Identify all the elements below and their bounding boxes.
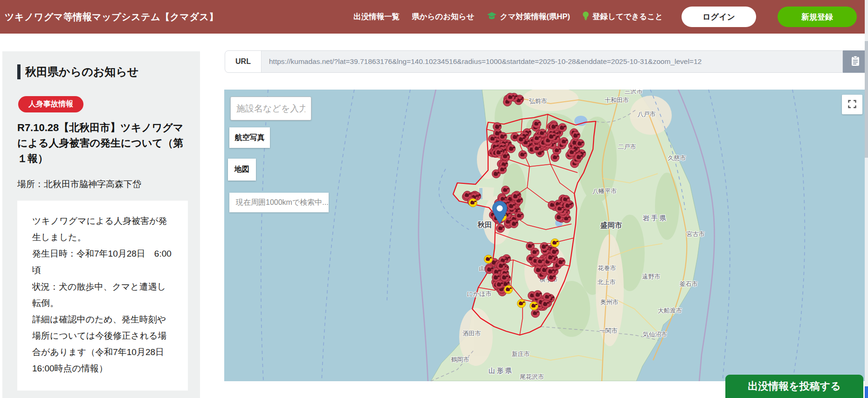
bear-sighting-marker[interactable] [559,137,568,146]
nav-bear-measures[interactable]: クマ対策情報(県HP) [487,12,570,22]
bear-sighting-marker[interactable] [558,123,567,132]
city-label: 山形県 [489,367,514,375]
city-label: 宮古市 [687,230,705,238]
clipboard-icon [851,56,860,68]
bear-sighting-marker[interactable] [495,148,503,157]
bear-sighting-marker[interactable] [515,211,524,220]
sidebar: 秋田県からのお知らせ 人身事故情報 R7.10.28【北秋田市】ツキノワグマによ… [2,51,200,398]
bear-sighting-marker[interactable] [574,153,583,161]
city-label: 尾花沢市 [520,373,544,381]
city-label: 気仙沼市 [643,330,667,339]
notice-section-title: 秋田県からのお知らせ [25,64,138,79]
bear-sighting-marker-yellow[interactable] [517,299,526,308]
city-label: 大船渡市 [658,307,682,315]
scrollbar-thumb[interactable] [865,41,868,158]
bear-sighting-marker-yellow[interactable] [504,285,513,294]
city-label: 二戸市 [618,143,636,151]
bear-sighting-marker[interactable] [500,273,509,282]
lightbulb-icon [582,11,589,22]
city-label: 盛岡市 [600,221,622,230]
share-url-bar: URL https://kumadas.net/?lat=39.71863176… [225,50,843,73]
bear-sighting-marker[interactable] [536,257,545,266]
city-label: 一関市 [599,327,618,335]
fullscreen-icon [848,100,856,110]
nav-what-you-can-do[interactable]: 登録してできること [582,11,663,22]
city-label: 釜石市 [680,280,698,288]
bear-sighting-marker[interactable] [506,93,515,102]
bear-sighting-marker[interactable] [576,139,585,148]
city-label: 八幡平市 [592,187,617,196]
bear-sighting-marker-yellow[interactable] [484,255,493,264]
city-label: 三沢市 [625,90,643,96]
bear-sighting-marker[interactable] [518,150,527,159]
city-label: 岩手県 [643,214,668,223]
post-sighting-button[interactable]: 出没情報を投稿する [725,375,863,398]
city-label: 酒田市 [463,329,481,338]
nav-pref-news[interactable]: 県からのお知らせ [412,12,474,22]
bear-sighting-marker[interactable] [555,204,564,213]
notice-body-box: ツキノワグマによる人身被害が発生しました。 発生日時：令和7年10月28日 6:… [17,201,188,391]
nav-sighting-list[interactable]: 出没情報一覧 [353,12,400,22]
bear-sighting-marker[interactable] [541,300,550,308]
city-label: 北上市 [598,278,616,286]
city-label: 久慈市 [668,154,686,162]
city-label: 新庄市 [512,350,530,358]
bear-sighting-marker[interactable] [551,153,559,162]
city-label: 花巻市 [598,264,616,272]
bear-sighting-marker[interactable] [498,132,507,141]
page-scrollbar[interactable] [865,0,868,398]
register-button[interactable]: 新規登録 [778,7,857,27]
bear-sighting-marker[interactable] [496,224,505,233]
notice-headline: R7.10.28【北秋田市】ツキノワグマによる人身被害の発生について（第１報） [17,120,187,166]
login-button[interactable]: ログイン [682,7,756,27]
section-bar [17,64,21,79]
bear-sighting-marker[interactable] [540,242,549,251]
bear-sighting-marker[interactable] [532,144,541,153]
bear-sighting-marker-yellow[interactable] [468,198,477,207]
city-label: 遠野市 [642,272,661,281]
accident-info-badge: 人身事故情報 [18,96,83,112]
aerial-photo-button[interactable]: 航空写真 [229,127,270,148]
map-canvas[interactable]: 弘前市三沢市十和田市八戸市二戸市久慈市八幡平市盛岡市岩手県宮古市花巻市遠野市北上… [224,90,868,381]
city-label: 奥州市 [600,298,619,307]
scrollbar-bottom-mark [865,386,868,398]
city-label: 八戸市 [638,110,656,119]
notice-location: 場所：北秋田市脇神字高森下岱 [17,178,187,190]
bear-sighting-marker[interactable] [498,165,507,174]
city-label: にかほ市 [467,290,492,298]
search-radius-status: 現在周囲1000kmで検索中... [229,193,329,212]
bear-sighting-marker[interactable] [533,134,542,143]
app-header: ツキノワグマ等情報マップシステム【クマダス】 出没情報一覧 県からのお知らせ ク… [0,0,868,34]
bear-sighting-marker-yellow[interactable] [530,301,538,310]
city-label: 弘前市 [529,97,547,105]
copy-url-button[interactable] [843,50,868,73]
share-url-value[interactable]: https://kumadas.net/?lat=39.71863176&lng… [262,51,842,72]
bear-sighting-marker[interactable] [550,247,559,256]
app-title: ツキノワグマ等情報マップシステム【クマダス】 [5,11,219,23]
notice-section-header: 秋田県からのお知らせ [17,64,187,79]
url-label: URL [225,51,262,72]
bear-sighting-marker-yellow[interactable] [551,238,559,247]
map-type-button[interactable]: 地図 [228,159,256,181]
graduation-cap-icon [487,12,497,22]
bear-sighting-marker[interactable] [532,119,541,128]
bear-sighting-marker[interactable] [547,132,556,141]
header-nav: 出没情報一覧 県からのお知らせ クマ対策情報(県HP) 登録してできること ログ… [353,7,857,27]
city-label: 鶴岡市 [451,356,469,364]
location-pin[interactable] [492,201,508,224]
bear-sighting-marker[interactable] [547,273,556,282]
city-label: 秋田 [478,220,492,230]
city-label: 十和田市 [605,96,629,105]
bear-sighting-marker[interactable] [501,186,510,195]
notice-body-text: ツキノワグマによる人身被害が発生しました。 発生日時：令和7年10月28日 6:… [32,213,174,377]
fullscreen-button[interactable] [842,95,862,114]
map-search-input[interactable] [230,97,311,120]
